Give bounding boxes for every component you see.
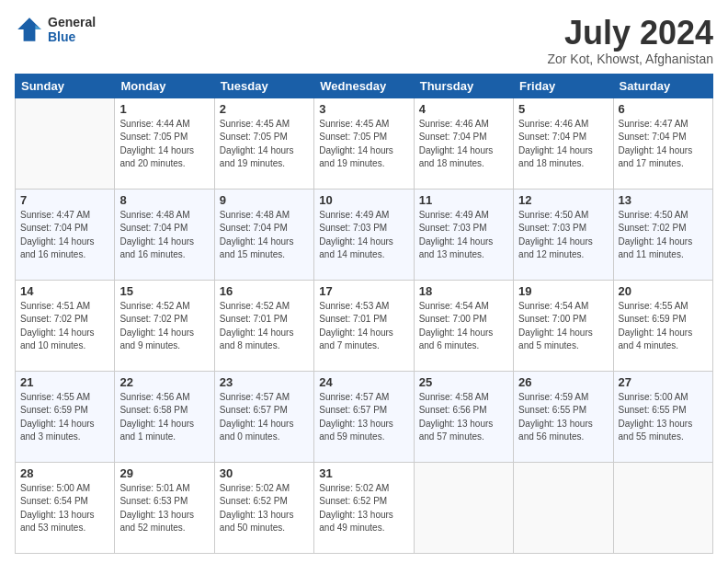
- calendar-week-row: 14Sunrise: 4:51 AM Sunset: 7:02 PM Dayli…: [16, 280, 713, 371]
- calendar-cell: 14Sunrise: 4:51 AM Sunset: 7:02 PM Dayli…: [16, 280, 115, 371]
- calendar-cell: [16, 98, 115, 189]
- calendar-day-header: Sunday: [16, 74, 115, 98]
- calendar-week-row: 21Sunrise: 4:55 AM Sunset: 6:59 PM Dayli…: [16, 371, 713, 462]
- calendar-day-header: Saturday: [613, 74, 712, 98]
- day-number: 6: [619, 102, 708, 116]
- day-number: 25: [419, 375, 508, 389]
- day-number: 23: [220, 375, 309, 389]
- calendar-cell: 25Sunrise: 4:58 AM Sunset: 6:56 PM Dayli…: [414, 371, 513, 462]
- day-info: Sunrise: 4:46 AM Sunset: 7:04 PM Dayligh…: [518, 118, 608, 171]
- calendar-cell: 24Sunrise: 4:57 AM Sunset: 6:57 PM Dayli…: [314, 371, 414, 462]
- calendar-cell: 12Sunrise: 4:50 AM Sunset: 7:03 PM Dayli…: [514, 189, 613, 280]
- calendar-cell: 22Sunrise: 4:56 AM Sunset: 6:58 PM Dayli…: [115, 371, 214, 462]
- calendar-cell: 7Sunrise: 4:47 AM Sunset: 7:04 PM Daylig…: [16, 189, 115, 280]
- day-info: Sunrise: 4:48 AM Sunset: 7:04 PM Dayligh…: [220, 209, 309, 262]
- logo: General Blue: [15, 15, 96, 44]
- day-number: 12: [518, 193, 608, 207]
- day-info: Sunrise: 4:45 AM Sunset: 7:05 PM Dayligh…: [220, 118, 309, 171]
- calendar-cell: 18Sunrise: 4:54 AM Sunset: 7:00 PM Dayli…: [414, 280, 513, 371]
- day-number: 22: [119, 375, 209, 389]
- logo-text: General Blue: [48, 15, 96, 44]
- page: General Blue July 2024 Zor Kot, Khowst, …: [0, 0, 728, 563]
- day-info: Sunrise: 4:57 AM Sunset: 6:57 PM Dayligh…: [220, 391, 309, 444]
- logo-icon: [15, 15, 44, 44]
- calendar-cell: 23Sunrise: 4:57 AM Sunset: 6:57 PM Dayli…: [214, 371, 313, 462]
- sub-title: Zor Kot, Khowst, Afghanistan: [547, 52, 713, 66]
- calendar-week-row: 7Sunrise: 4:47 AM Sunset: 7:04 PM Daylig…: [16, 189, 713, 280]
- day-number: 5: [518, 102, 608, 116]
- calendar-header-row: SundayMondayTuesdayWednesdayThursdayFrid…: [16, 74, 713, 98]
- calendar-cell: 2Sunrise: 4:45 AM Sunset: 7:05 PM Daylig…: [214, 98, 313, 189]
- day-info: Sunrise: 4:52 AM Sunset: 7:01 PM Dayligh…: [220, 300, 309, 353]
- day-info: Sunrise: 4:44 AM Sunset: 7:05 PM Dayligh…: [119, 118, 209, 171]
- day-info: Sunrise: 4:45 AM Sunset: 7:05 PM Dayligh…: [319, 118, 408, 171]
- day-number: 30: [220, 466, 309, 480]
- day-number: 24: [319, 375, 408, 389]
- main-title: July 2024: [547, 15, 713, 52]
- calendar-cell: 27Sunrise: 5:00 AM Sunset: 6:55 PM Dayli…: [613, 371, 712, 462]
- day-number: 7: [20, 193, 109, 207]
- title-block: July 2024 Zor Kot, Khowst, Afghanistan: [547, 15, 713, 66]
- day-number: 19: [518, 284, 608, 298]
- day-info: Sunrise: 4:47 AM Sunset: 7:04 PM Dayligh…: [20, 209, 109, 262]
- day-info: Sunrise: 4:52 AM Sunset: 7:02 PM Dayligh…: [119, 300, 209, 353]
- day-info: Sunrise: 4:58 AM Sunset: 6:56 PM Dayligh…: [419, 391, 508, 444]
- calendar-cell: 17Sunrise: 4:53 AM Sunset: 7:01 PM Dayli…: [314, 280, 414, 371]
- calendar-cell: [414, 462, 513, 553]
- day-info: Sunrise: 4:55 AM Sunset: 6:59 PM Dayligh…: [619, 300, 708, 353]
- day-info: Sunrise: 5:02 AM Sunset: 6:52 PM Dayligh…: [319, 482, 408, 535]
- day-number: 26: [518, 375, 608, 389]
- day-number: 31: [319, 466, 408, 480]
- day-info: Sunrise: 4:59 AM Sunset: 6:55 PM Dayligh…: [518, 391, 608, 444]
- calendar-table: SundayMondayTuesdayWednesdayThursdayFrid…: [15, 74, 713, 554]
- day-info: Sunrise: 4:54 AM Sunset: 7:00 PM Dayligh…: [419, 300, 508, 353]
- day-info: Sunrise: 4:54 AM Sunset: 7:00 PM Dayligh…: [518, 300, 608, 353]
- calendar-day-header: Friday: [514, 74, 613, 98]
- day-info: Sunrise: 5:01 AM Sunset: 6:53 PM Dayligh…: [119, 482, 209, 535]
- day-number: 18: [419, 284, 508, 298]
- day-number: 20: [619, 284, 708, 298]
- calendar-cell: 20Sunrise: 4:55 AM Sunset: 6:59 PM Dayli…: [613, 280, 712, 371]
- day-number: 4: [419, 102, 508, 116]
- calendar-cell: 29Sunrise: 5:01 AM Sunset: 6:53 PM Dayli…: [115, 462, 214, 553]
- calendar-cell: 13Sunrise: 4:50 AM Sunset: 7:02 PM Dayli…: [613, 189, 712, 280]
- day-info: Sunrise: 4:53 AM Sunset: 7:01 PM Dayligh…: [319, 300, 408, 353]
- calendar-week-row: 1Sunrise: 4:44 AM Sunset: 7:05 PM Daylig…: [16, 98, 713, 189]
- day-number: 2: [220, 102, 309, 116]
- day-number: 28: [20, 466, 109, 480]
- calendar-cell: 4Sunrise: 4:46 AM Sunset: 7:04 PM Daylig…: [414, 98, 513, 189]
- day-info: Sunrise: 4:55 AM Sunset: 6:59 PM Dayligh…: [20, 391, 109, 444]
- day-info: Sunrise: 4:48 AM Sunset: 7:04 PM Dayligh…: [119, 209, 209, 262]
- day-number: 8: [119, 193, 209, 207]
- day-info: Sunrise: 5:02 AM Sunset: 6:52 PM Dayligh…: [220, 482, 309, 535]
- day-number: 15: [119, 284, 209, 298]
- calendar-cell: [514, 462, 613, 553]
- day-number: 16: [220, 284, 309, 298]
- calendar-cell: 10Sunrise: 4:49 AM Sunset: 7:03 PM Dayli…: [314, 189, 414, 280]
- calendar-cell: 31Sunrise: 5:02 AM Sunset: 6:52 PM Dayli…: [314, 462, 414, 553]
- day-number: 11: [419, 193, 508, 207]
- day-info: Sunrise: 4:47 AM Sunset: 7:04 PM Dayligh…: [619, 118, 708, 171]
- calendar-day-header: Tuesday: [214, 74, 313, 98]
- calendar-week-row: 28Sunrise: 5:00 AM Sunset: 6:54 PM Dayli…: [16, 462, 713, 553]
- day-number: 27: [619, 375, 708, 389]
- day-number: 13: [619, 193, 708, 207]
- day-info: Sunrise: 4:49 AM Sunset: 7:03 PM Dayligh…: [419, 209, 508, 262]
- calendar-cell: 21Sunrise: 4:55 AM Sunset: 6:59 PM Dayli…: [16, 371, 115, 462]
- calendar-cell: 15Sunrise: 4:52 AM Sunset: 7:02 PM Dayli…: [115, 280, 214, 371]
- calendar-cell: 3Sunrise: 4:45 AM Sunset: 7:05 PM Daylig…: [314, 98, 414, 189]
- calendar-cell: 30Sunrise: 5:02 AM Sunset: 6:52 PM Dayli…: [214, 462, 313, 553]
- day-number: 17: [319, 284, 408, 298]
- calendar-day-header: Thursday: [414, 74, 513, 98]
- day-number: 10: [319, 193, 408, 207]
- calendar-cell: [613, 462, 712, 553]
- calendar-cell: 28Sunrise: 5:00 AM Sunset: 6:54 PM Dayli…: [16, 462, 115, 553]
- day-number: 3: [319, 102, 408, 116]
- day-info: Sunrise: 4:51 AM Sunset: 7:02 PM Dayligh…: [20, 300, 109, 353]
- calendar-cell: 26Sunrise: 4:59 AM Sunset: 6:55 PM Dayli…: [514, 371, 613, 462]
- calendar-cell: 1Sunrise: 4:44 AM Sunset: 7:05 PM Daylig…: [115, 98, 214, 189]
- day-info: Sunrise: 5:00 AM Sunset: 6:54 PM Dayligh…: [20, 482, 109, 535]
- day-number: 14: [20, 284, 109, 298]
- day-number: 1: [119, 102, 209, 116]
- day-info: Sunrise: 4:50 AM Sunset: 7:03 PM Dayligh…: [518, 209, 608, 262]
